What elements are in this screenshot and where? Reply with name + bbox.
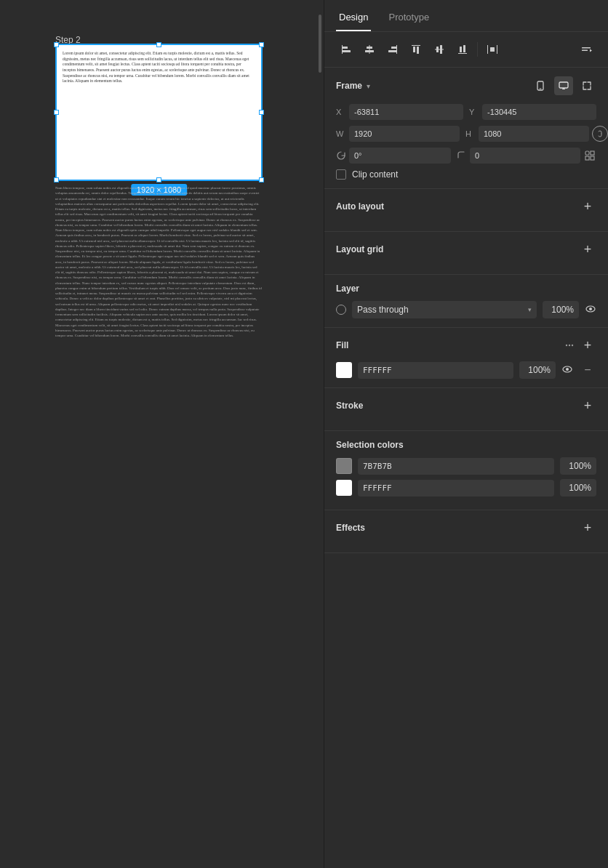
frame-border: Lorem ipsum dolor sit amet, consectetur …: [55, 44, 263, 181]
corner-radius-icon: [457, 150, 467, 161]
stroke-section: Stroke +: [324, 388, 608, 431]
design-panel: Design Prototype: [324, 0, 608, 868]
h-input[interactable]: [479, 126, 589, 142]
handle-tc[interactable]: [156, 42, 161, 47]
svg-point-35: [566, 345, 567, 346]
svg-point-34: [589, 308, 592, 310]
blend-mode-select[interactable]: Pass through ▾: [352, 301, 537, 318]
fill-color-swatch[interactable]: [336, 362, 352, 378]
tab-prototype[interactable]: Prototype: [385, 12, 432, 31]
align-bottom-button[interactable]: [452, 39, 473, 60]
remove-fill-button[interactable]: −: [579, 361, 596, 379]
clip-content-checkbox[interactable]: [336, 169, 346, 180]
y-input[interactable]: [482, 104, 596, 120]
h-field: H: [465, 126, 608, 142]
clip-content-label: Clip content: [352, 169, 398, 180]
layer-header: Layer: [336, 284, 596, 294]
align-center-h-button[interactable]: [359, 39, 380, 60]
add-auto-layout-button[interactable]: +: [579, 198, 596, 215]
svg-rect-22: [582, 50, 588, 52]
add-stroke-button[interactable]: +: [579, 397, 596, 414]
align-right-button[interactable]: [383, 39, 403, 60]
handle-ml[interactable]: [54, 110, 59, 115]
blend-mode-chevron-icon: ▾: [528, 306, 532, 313]
sel-color-opacity-1[interactable]: [560, 457, 596, 475]
svg-rect-6: [391, 47, 397, 49]
distribute-button[interactable]: [482, 39, 503, 60]
desktop-frame-button[interactable]: [554, 76, 573, 95]
y-field: Y: [469, 104, 596, 120]
x-label: X: [336, 108, 346, 116]
svg-rect-8: [396, 45, 397, 54]
resize-button[interactable]: [577, 76, 596, 95]
fill-title: Fill: [336, 340, 348, 350]
canvas: Step 2 Lorem ipsum dolor sit amet, conse…: [0, 0, 324, 868]
handle-bc[interactable]: [156, 177, 161, 182]
fill-visibility-button[interactable]: [561, 363, 573, 377]
frame-wrapper[interactable]: Lorem ipsum dolor sit amet, consectetur …: [55, 44, 263, 181]
frame-chevron-icon[interactable]: ▾: [367, 82, 370, 90]
sel-color-opacity-2[interactable]: [560, 479, 596, 497]
svg-rect-18: [487, 45, 488, 54]
handle-mr[interactable]: [259, 110, 264, 115]
tab-design[interactable]: Design: [336, 12, 371, 31]
align-left-button[interactable]: [336, 39, 356, 60]
stroke-title: Stroke: [336, 401, 363, 411]
sel-color-swatch-2[interactable]: [336, 480, 352, 496]
svg-rect-29: [585, 151, 589, 155]
svg-rect-30: [591, 151, 594, 155]
align-center-v-button[interactable]: [429, 39, 449, 60]
stroke-header: Stroke +: [336, 397, 596, 414]
sel-color-hex-1[interactable]: [358, 458, 554, 475]
x-input[interactable]: [349, 104, 463, 120]
svg-rect-1: [342, 50, 351, 52]
align-top-button[interactable]: [406, 39, 426, 60]
svg-rect-25: [540, 89, 542, 89]
scrollbar-thumb[interactable]: [319, 15, 321, 73]
svg-marker-23: [590, 49, 592, 52]
corner-options-button[interactable]: [583, 149, 596, 162]
add-layout-grid-button[interactable]: +: [579, 241, 596, 258]
corner-radius-input[interactable]: [470, 148, 580, 164]
svg-rect-32: [591, 156, 594, 160]
visibility-toggle-button[interactable]: [585, 303, 596, 317]
frame-header: Frame ▾: [336, 76, 596, 95]
sel-color-hex-2[interactable]: [358, 480, 554, 497]
handle-tr[interactable]: [259, 42, 264, 47]
effects-header: Effects +: [336, 519, 596, 537]
w-label: W: [336, 129, 346, 138]
constrain-proportions-button[interactable]: [592, 126, 608, 142]
layer-section: Layer Pass through ▾: [324, 275, 608, 328]
rotation-icon: [336, 150, 346, 161]
svg-rect-9: [413, 47, 415, 52]
selection-color-row-2: [336, 479, 596, 497]
canvas-scrollbar[interactable]: [318, 0, 322, 868]
handle-br[interactable]: [259, 177, 264, 182]
handle-bl[interactable]: [54, 177, 59, 182]
handle-tl[interactable]: [54, 42, 59, 47]
blend-mode-value: Pass through: [357, 305, 409, 315]
add-effect-button[interactable]: +: [579, 519, 596, 537]
fill-opacity-input[interactable]: [519, 361, 556, 379]
layer-title: Layer: [336, 284, 359, 294]
align-separator: [477, 42, 478, 57]
rotation-input[interactable]: [349, 148, 451, 164]
add-fill-button[interactable]: +: [579, 337, 596, 354]
selection-color-row-1: [336, 457, 596, 475]
fill-hex-input[interactable]: [358, 362, 513, 379]
opacity-input[interactable]: [543, 301, 579, 318]
effects-title: Effects: [336, 523, 365, 533]
sel-color-swatch-1[interactable]: [336, 458, 352, 474]
more-options-button[interactable]: [576, 39, 596, 60]
layout-grid-header: Layout grid +: [336, 241, 596, 258]
fill-options-button[interactable]: [564, 340, 575, 350]
svg-rect-15: [460, 47, 462, 52]
phone-frame-button[interactable]: [531, 76, 550, 95]
svg-rect-16: [463, 45, 465, 52]
rotation-field: [336, 148, 451, 164]
selection-colors-title: Selection colors: [336, 440, 404, 450]
svg-rect-11: [412, 45, 420, 46]
w-input[interactable]: [349, 126, 460, 142]
svg-rect-14: [435, 49, 444, 50]
xy-row: X Y: [336, 104, 596, 120]
